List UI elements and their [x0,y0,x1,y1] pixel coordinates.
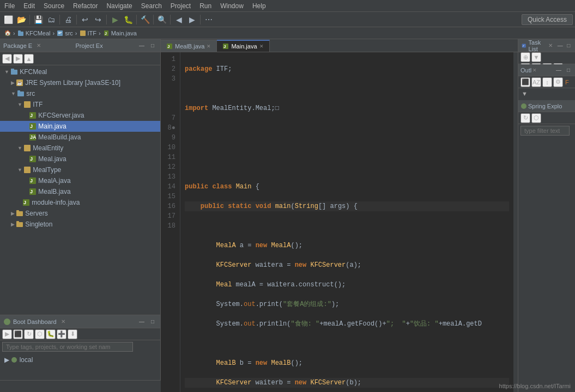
mealb-tab-close[interactable]: ✕ [207,44,211,49]
tree-item-moduleinfo[interactable]: ▶ J module-info.java [0,197,160,208]
menu-refactor[interactable]: Refactor [69,1,102,11]
task-filter-button[interactable]: ▼ [531,52,541,62]
tree-item-mealentity[interactable]: ▼ MealEntity [0,143,160,154]
quick-access-button[interactable]: Quick Access [522,14,573,25]
search-toolbar-button[interactable]: 🔍 [156,14,168,26]
servers-arrow: ▶ [11,211,15,216]
outl-btn4[interactable]: ⚙ [553,77,563,87]
tree-item-singleton[interactable]: ▶ Singleton [0,219,160,230]
code-editor[interactable]: 1 2 3 7 8● 9 10 11 12 13 14 [161,52,518,392]
package-explorer-tab[interactable]: Package E [3,42,32,49]
minimize-button[interactable]: — [137,41,146,50]
outl-close[interactable]: ✕ [532,68,537,73]
file-tree: ▼ KFCMeal ▶ ☕ JRE System Library [JavaSE… [0,65,160,315]
tree-item-meal[interactable]: ▶ J Meal.java [0,154,160,164]
menu-search[interactable]: Search [137,1,166,11]
boot-debug-button[interactable]: 🐛 [46,329,56,339]
project-explorer-tab[interactable]: Project Ex [76,42,103,49]
print-button[interactable]: 🖨 [62,14,74,26]
task-minimize-button[interactable]: — [557,41,563,50]
maximize-button[interactable]: □ [148,41,157,50]
filter-input[interactable] [520,126,570,136]
menu-file[interactable]: File [0,1,19,11]
menu-edit[interactable]: Edit [19,1,39,11]
boot-restart-button[interactable]: ↻ [24,329,34,339]
tree-item-jre[interactable]: ▶ ☕ JRE System Library [JavaSE-10] [0,77,160,88]
breadcrumb-itf[interactable]: ITF [80,30,97,36]
breadcrumb-file[interactable]: J Main.java [103,30,137,36]
breadcrumb-project[interactable]: KFCMeal [17,30,51,36]
back-button[interactable]: ◀ [173,14,185,26]
boot-maximize-button[interactable]: □ [148,317,157,326]
task-maximize-button[interactable]: □ [566,41,572,50]
menu-help[interactable]: Help [248,1,270,11]
open-button[interactable]: 📂 [15,14,27,26]
up-nav-button[interactable]: ▲ [24,54,34,64]
package-explorer-close[interactable]: ✕ [37,42,41,48]
menu-navigate[interactable]: Navigate [102,1,136,11]
menu-source[interactable]: Source [39,1,69,11]
editor-scrollbar[interactable] [513,52,518,392]
boot-local-item[interactable]: ▶ local [0,354,160,365]
tree-item-kfcserver[interactable]: ▶ J KFCServer.java [0,110,160,121]
outl-maximize[interactable]: □ [564,66,573,75]
debug-button[interactable]: 🐛 [122,14,134,26]
spring-btn2[interactable]: ⬡ [531,113,541,123]
file-icon: J [103,30,110,36]
svg-rect-33 [16,222,23,227]
forward-nav-button[interactable]: ▶ [13,54,23,64]
boot-open-button[interactable]: ⬡ [35,329,45,339]
boot-add-button[interactable]: ➕ [57,329,66,339]
outl-btn2[interactable]: AZ [531,77,541,87]
src-arrow: ▼ [11,91,16,96]
boot-stop-button[interactable]: ⬛ [13,329,23,339]
outl-btn3[interactable]: ↕ [542,77,552,87]
task-new-button[interactable]: ⊕ [520,52,530,62]
tree-item-kfcmeal[interactable]: ▼ KFCMeal [0,66,160,77]
code-line-14: System.out.println("食物: "+mealA.getFood(… [185,319,509,329]
boot-search-input[interactable] [2,342,133,352]
svg-rect-24 [24,167,31,173]
main-tab-label: Main.java [231,43,257,50]
task-toolbar-row-1: ⊕ ▼ [520,52,541,62]
tab-main[interactable]: J Main.java ✕ [217,40,269,52]
local-server-icon [11,357,17,363]
breadcrumb-src[interactable]: src [57,30,73,36]
build-button[interactable]: 🔨 [139,14,151,26]
tree-item-src[interactable]: ▼ src [0,88,160,99]
more-button[interactable]: ⋯ [203,14,215,26]
tree-item-mealbuild[interactable]: ▶ JA MealBuild.java [0,132,160,143]
outl-tab[interactable]: Outl [520,67,531,74]
spring-btn1[interactable]: ↻ [520,113,530,123]
boot-start-button[interactable]: ▶ [2,329,12,339]
boot-more-button[interactable]: ⬇ [68,329,77,339]
tree-item-mealb[interactable]: ▶ J MealB.java [0,186,160,197]
code-content[interactable]: package ITF; import MealEntity.Meal;□ pu… [180,52,513,392]
new-button[interactable]: ⬜ [2,14,14,26]
tree-item-main[interactable]: ▶ J Main.java [0,121,160,132]
task-panel-close[interactable]: ✕ [548,42,553,48]
undo-button[interactable]: ↩ [79,14,91,26]
redo-button[interactable]: ↪ [92,14,104,26]
outl-minimize[interactable]: — [554,66,563,75]
tree-item-meala[interactable]: ▶ J MealA.java [0,175,160,186]
forward-button[interactable]: ▶ [186,14,198,26]
boot-minimize-button[interactable]: — [137,317,146,326]
tree-item-servers[interactable]: ▶ Servers [0,208,160,219]
back-nav-button[interactable]: ◀ [2,54,12,64]
boot-dashboard-close[interactable]: ✕ [61,318,65,324]
run-button[interactable]: ▶ [109,14,121,26]
tree-item-mealtype[interactable]: ▼ MealType [0,164,160,175]
save-button[interactable]: 💾 [32,14,44,26]
menu-project[interactable]: Project [166,1,195,11]
menu-window[interactable]: Window [216,1,248,11]
boot-dashboard-title: Boot Dashboard [13,318,57,325]
tab-mealb[interactable]: J MealB.java ✕ [161,40,217,52]
save-all-button[interactable]: 🗂 [45,14,57,26]
menu-run[interactable]: Run [195,1,216,11]
singleton-icon [16,220,23,228]
outl-btn1[interactable]: ⬛ [520,77,530,87]
main-tab-close[interactable]: ✕ [259,44,264,49]
outl-expand-button[interactable]: ▼ [518,89,531,98]
tree-item-itf[interactable]: ▼ ITF [0,99,160,110]
